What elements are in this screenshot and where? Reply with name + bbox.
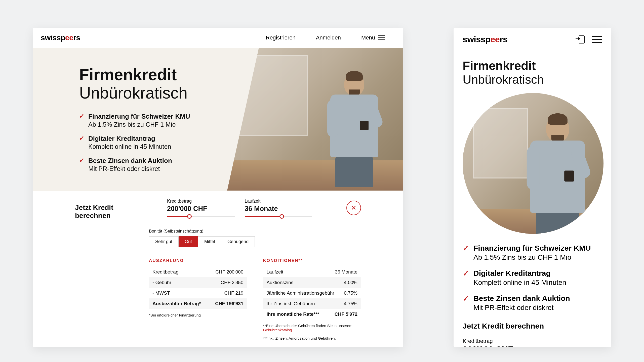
bonitat-option[interactable]: Genügend — [221, 236, 255, 247]
hero-subtitle: Unbürokratisch — [79, 85, 225, 102]
hero: Firmenkredit Unbürokratisch ✓ Finanzieru… — [33, 48, 403, 191]
hero-content: Firmenkredit Unbürokratisch ✓ Finanzieru… — [33, 48, 225, 191]
term-slider[interactable] — [245, 216, 312, 217]
mobile-preview: swisspeers Firmenkredit Unbürokratisch — [454, 28, 611, 347]
table-row: - MWSTCHF 219 — [149, 288, 247, 298]
table-row: Auktionszins4.00% — [263, 277, 361, 288]
conditions-table: KONDITIONEN** Laufzeit36 MonateAuktionsz… — [263, 258, 361, 340]
bullet-title: Beste Zinsen dank Auktion — [473, 294, 570, 303]
bonitat-option[interactable]: Gut — [179, 236, 198, 247]
bullet-sub: Ab 1.5% Zins bis zu CHF 1 Mio — [473, 253, 591, 261]
hero-bullet: ✓ Digitaler Kreditantrag Komplett online… — [463, 269, 602, 287]
table-row: Ihre monatliche Rate***CHF 5'972 — [263, 309, 361, 320]
hero-bullet: ✓ Digitaler Kreditantrag Komplett online… — [79, 135, 225, 150]
close-icon: ✕ — [351, 204, 356, 212]
hero-image — [227, 48, 403, 191]
calculator: Jetzt Kredit berechnen Kreditbetrag 200'… — [33, 191, 403, 347]
hero-title: Firmenkredit — [463, 59, 602, 73]
bullet-sub: Mit PR-Effekt oder diskret — [88, 165, 172, 172]
hamburger-icon — [378, 35, 385, 40]
amount-label: Kreditbetrag — [463, 338, 602, 344]
logo[interactable]: swisspeers — [463, 34, 507, 44]
term-value: 36 Monate — [245, 205, 312, 213]
hero-bullet: ✓ Finanzierung für Schweizer KMU Ab 1.5%… — [79, 113, 225, 128]
check-icon: ✓ — [79, 135, 84, 150]
term-slider-group: Laufzeit 36 Monate — [245, 199, 312, 217]
payout-table: AUSZAHLUNG KreditbetragCHF 200'000- Gebü… — [149, 258, 247, 340]
hero-bullet: ✓ Finanzierung für Schweizer KMU Ab 1.5%… — [463, 244, 602, 261]
bullet-sub: Ab 1.5% Zins bis zu CHF 1 Mio — [88, 121, 190, 128]
hero-title: Firmenkredit — [79, 66, 225, 83]
login-icon[interactable] — [577, 35, 585, 43]
close-button[interactable]: ✕ — [346, 201, 361, 215]
conditions-footnote-2: ***Inkl. Zinsen, Amortisation und Gebühr… — [263, 336, 361, 340]
bonitat-options: Sehr gutGutMittelGenügend — [149, 236, 361, 247]
nav-login[interactable]: Anmelden — [306, 32, 351, 43]
table-row: Ausbezahlter Betrag*CHF 196'931 — [149, 298, 247, 309]
amount-label: Kreditbetrag — [167, 199, 235, 204]
bullet-title: Beste Zinsen dank Auktion — [88, 157, 172, 165]
bullet-title: Finanzierung für Schweizer KMU — [473, 244, 591, 252]
calc-title: Jetzt Kredit berechnen — [463, 322, 602, 330]
hero-bullet: ✓ Beste Zinsen dank Auktion Mit PR-Effek… — [463, 294, 602, 312]
mobile-header: swisspeers — [454, 28, 611, 51]
payout-heading: AUSZAHLUNG — [149, 258, 247, 263]
bonitat-group: Bonität (Selbsteinschätzung) Sehr gutGut… — [149, 229, 361, 247]
calc-title: Jetzt Kredit berechnen — [75, 199, 138, 220]
check-icon: ✓ — [463, 244, 469, 261]
check-icon: ✓ — [463, 269, 469, 287]
fees-catalog-link[interactable]: Gebührenkatalog — [263, 328, 292, 332]
conditions-heading: KONDITIONEN** — [263, 258, 361, 263]
conditions-footnote-1: **Eine Übersicht der Gebühren finden Sie… — [263, 324, 361, 332]
hero-bullet: ✓ Beste Zinsen dank Auktion Mit PR-Effek… — [79, 157, 225, 172]
table-row: - GebührCHF 2'850 — [149, 277, 247, 288]
bullet-sub: Komplett online in 45 Minuten — [473, 279, 566, 287]
term-label: Laufzeit — [245, 199, 312, 204]
check-icon: ✓ — [79, 113, 84, 128]
amount-slider[interactable] — [167, 216, 235, 217]
mobile-body: Firmenkredit Unbürokratisch ✓ Finanzieru… — [454, 51, 611, 347]
bonitat-option[interactable]: Sehr gut — [149, 236, 179, 247]
table-row: Ihr Zins inkl. Gebühren4.75% — [263, 298, 361, 309]
header: swisspeers Registrieren Anmelden Menü — [33, 28, 403, 48]
nav-register[interactable]: Registrieren — [256, 32, 306, 43]
payout-footnote: *Bei erfolgreicher Finanzierung — [149, 313, 247, 317]
amount-value: 200'000 CHF — [463, 344, 602, 347]
hero-bullets: ✓ Finanzierung für Schweizer KMU Ab 1.5%… — [79, 113, 225, 172]
bullet-title: Digitaler Kreditantrag — [473, 269, 566, 278]
check-icon: ✓ — [463, 294, 469, 312]
nav-menu-label: Menü — [361, 34, 375, 41]
hero-image — [463, 93, 603, 234]
amount-value: 200'000 CHF — [167, 205, 235, 213]
hamburger-icon[interactable] — [592, 36, 602, 43]
table-row: KreditbetragCHF 200'000 — [149, 267, 247, 277]
hero-subtitle: Unbürokratisch — [463, 73, 602, 86]
nav-menu[interactable]: Menü — [351, 32, 395, 43]
amount-slider-group: Kreditbetrag 200'000 CHF — [167, 199, 235, 217]
desktop-preview: swisspeers Registrieren Anmelden Menü Fi… — [33, 28, 403, 347]
bullet-sub: Mit PR-Effekt oder diskret — [473, 304, 570, 312]
hero-bullets: ✓ Finanzierung für Schweizer KMU Ab 1.5%… — [463, 244, 602, 312]
bullet-title: Digitaler Kreditantrag — [88, 135, 171, 143]
bullet-sub: Komplett online in 45 Minuten — [88, 143, 171, 150]
nav: Registrieren Anmelden Menü — [256, 32, 395, 43]
logo[interactable]: swisspeers — [41, 33, 80, 42]
bonitat-label: Bonität (Selbsteinschätzung) — [149, 229, 361, 234]
bonitat-option[interactable]: Mittel — [198, 236, 221, 247]
table-row: Jährliche Administrationsgebühr0.75% — [263, 288, 361, 298]
bullet-title: Finanzierung für Schweizer KMU — [88, 113, 190, 120]
table-row: Laufzeit36 Monate — [263, 267, 361, 277]
check-icon: ✓ — [79, 157, 84, 172]
